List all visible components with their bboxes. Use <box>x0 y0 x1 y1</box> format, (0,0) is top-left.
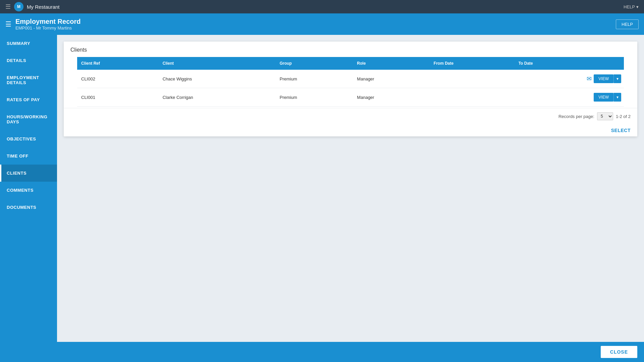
clients-table: Client Ref Client Group Role <box>77 57 624 107</box>
close-button[interactable]: CLOSE <box>601 346 637 358</box>
view-button[interactable]: VIEW <box>594 93 613 102</box>
top-navbar: ☰ M My Restaurant HELP ▾ <box>0 0 644 13</box>
cell-client: Chace Wiggins <box>159 70 276 88</box>
clients-card: Clients Client Ref Client Group <box>64 42 637 136</box>
select-row: SELECT <box>64 124 637 136</box>
pagination-row: Records per page: 5 10 25 1-2 of 2 <box>64 108 637 124</box>
sidebar-item-documents[interactable]: DOCUMENTS <box>0 199 57 216</box>
sidebar-item-time-off[interactable]: TIME OFF <box>0 147 57 165</box>
sidebar-item-employment-details[interactable]: EMPLOYMENT DETAILS <box>0 69 57 91</box>
cell-role: Manager <box>353 70 429 88</box>
clients-card-title: Clients <box>64 42 637 57</box>
comment-icon[interactable]: ✉ <box>587 75 592 82</box>
sidebar-item-summary[interactable]: SUMMARY <box>0 35 57 52</box>
sidebar-item-rates-of-pay[interactable]: RATES OF PAY <box>0 91 57 108</box>
sidebar-item-hours-working-days[interactable]: HOURS/WORKING DAYS <box>0 108 57 130</box>
col-header-group: Group <box>276 57 353 70</box>
col-header-actions <box>583 57 624 70</box>
sidebar-item-details[interactable]: DETAILS <box>0 52 57 69</box>
page-subtitle: EMP001 - Mr Tommy Martins <box>15 25 80 31</box>
app-title: My Restaurant <box>27 4 60 10</box>
view-dropdown-button[interactable]: ▾ <box>613 74 621 83</box>
cell-from-date <box>430 88 515 107</box>
view-btn-group: VIEW▾ <box>594 93 621 102</box>
col-header-client: Client <box>159 57 276 70</box>
cell-to-date <box>515 88 583 107</box>
page-title: Employment Record <box>15 18 80 25</box>
table-row: CLI001 Clarke Corrigan Premium Manager V… <box>77 88 624 107</box>
cell-group: Premium <box>276 88 353 107</box>
col-header-client-ref: Client Ref <box>77 57 159 70</box>
top-help-button[interactable]: HELP ▾ <box>624 4 639 9</box>
menu-icon[interactable]: ☰ <box>5 20 11 28</box>
cell-role: Manager <box>353 88 429 107</box>
records-per-page-select[interactable]: 5 10 25 <box>597 112 613 120</box>
sidebar-item-comments[interactable]: COMMENTS <box>0 182 57 199</box>
bottom-bar: CLOSE <box>57 342 644 362</box>
cell-to-date <box>515 70 583 88</box>
sidebar: SUMMARY DETAILS EMPLOYMENT DETAILS RATES… <box>0 35 57 362</box>
cell-actions: VIEW▾ <box>583 88 624 107</box>
header-bar: ☰ Employment Record EMP001 - Mr Tommy Ma… <box>0 13 644 35</box>
chevron-down-icon: ▾ <box>636 4 639 9</box>
header-help-button[interactable]: HELP <box>616 19 639 29</box>
main-layout: SUMMARY DETAILS EMPLOYMENT DETAILS RATES… <box>0 35 644 362</box>
select-button[interactable]: SELECT <box>611 128 631 133</box>
cell-client: Clarke Corrigan <box>159 88 276 107</box>
sidebar-item-clients[interactable]: CLIENTS <box>0 165 57 182</box>
app-logo: M <box>14 2 23 11</box>
cell-client-ref: CLI002 <box>77 70 159 88</box>
records-per-page-label: Records per page: <box>558 114 594 119</box>
col-header-role: Role <box>353 57 429 70</box>
cell-group: Premium <box>276 70 353 88</box>
col-header-from-date: From Date <box>430 57 515 70</box>
table-row: CLI002 Chace Wiggins Premium Manager ✉ V… <box>77 70 624 88</box>
cell-from-date <box>430 70 515 88</box>
content-area: Clients Client Ref Client Group <box>57 35 644 362</box>
view-btn-group: VIEW▾ <box>594 74 621 83</box>
hamburger-icon[interactable]: ☰ <box>5 3 11 10</box>
cell-client-ref: CLI001 <box>77 88 159 107</box>
sidebar-item-objectives[interactable]: OBJECTIVES <box>0 130 57 147</box>
col-header-to-date: To Date <box>515 57 583 70</box>
cell-actions: ✉ VIEW▾ <box>583 70 624 88</box>
view-button[interactable]: VIEW <box>594 74 613 83</box>
pagination-range: 1-2 of 2 <box>616 114 631 119</box>
view-dropdown-button[interactable]: ▾ <box>613 93 621 102</box>
